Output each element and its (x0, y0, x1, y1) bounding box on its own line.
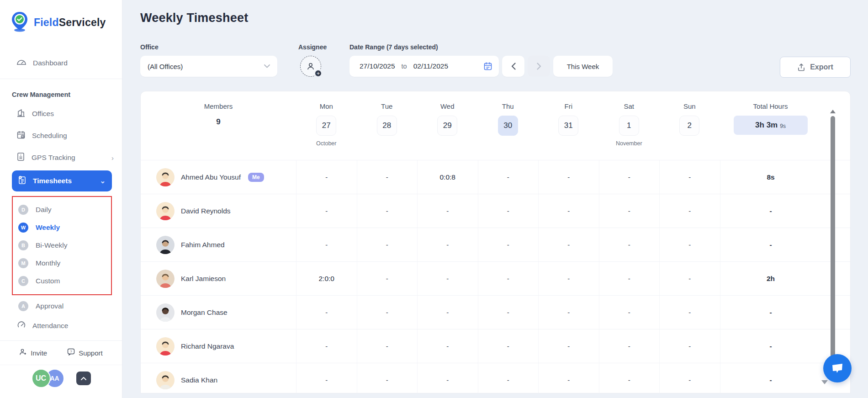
table-row[interactable]: David Reynolds - - - - - - - - (141, 194, 850, 228)
timesheet-cell[interactable]: - (417, 329, 478, 363)
timesheet-cell[interactable]: - (538, 329, 599, 363)
timesheet-cell[interactable]: - (659, 329, 720, 363)
previous-week-button[interactable] (502, 56, 524, 77)
table-vertical-scrollbar[interactable] (830, 110, 836, 384)
office-filter-group: Office (All Offices) (140, 43, 277, 77)
timesheet-cell[interactable]: - (478, 329, 539, 363)
table-row[interactable]: Morgan Chase - - - - - - - - (141, 295, 850, 329)
submenu-item-bi-weekly[interactable]: B Bi-Weekly (13, 236, 111, 254)
timesheet-cell[interactable]: 2:0:0 (296, 262, 357, 295)
table-row[interactable]: Fahim Ahmed - - - - - - - - (141, 228, 850, 261)
invite-label: Invite (31, 349, 47, 357)
sidebar-item-attendance[interactable]: Attendance (0, 315, 122, 336)
sidebar-item-dashboard[interactable]: Dashboard (0, 52, 122, 74)
next-week-button[interactable] (528, 56, 550, 77)
timesheet-cell[interactable]: - (659, 194, 720, 228)
monthly-initial-icon: M (18, 258, 28, 268)
scrollbar-thumb[interactable] (831, 116, 835, 365)
submenu-item-custom[interactable]: C Custom (13, 272, 111, 290)
timesheet-cell[interactable]: - (538, 262, 599, 295)
user-avatar-uc[interactable]: UC (32, 369, 51, 388)
timesheet-cell[interactable]: - (478, 160, 539, 194)
scroll-up-arrow-icon[interactable] (830, 110, 836, 113)
this-week-button[interactable]: This Week (553, 56, 613, 77)
table-row[interactable]: Sadia Khan - - - - - - - - (141, 363, 850, 393)
timesheet-cell[interactable]: - (296, 296, 357, 329)
timesheet-cell[interactable]: - (599, 160, 660, 194)
sidebar-item-offices[interactable]: Offices (0, 103, 122, 125)
day-chip[interactable]: 29 (437, 116, 457, 136)
timesheet-cell[interactable]: - (417, 363, 478, 393)
invite-link[interactable]: Invite (19, 348, 47, 357)
timesheet-cell[interactable]: - (357, 262, 418, 295)
timesheet-cell[interactable]: - (659, 160, 720, 194)
timesheet-cell[interactable]: - (417, 228, 478, 261)
timesheet-cell[interactable]: - (357, 160, 418, 194)
office-select[interactable]: (All Offices) (140, 56, 277, 77)
sidebar-item-label: Dashboard (33, 59, 68, 67)
timesheet-cell[interactable]: - (417, 262, 478, 295)
brand-logo[interactable]: FieldServicely (0, 0, 122, 34)
timesheet-cell[interactable]: - (659, 296, 720, 329)
day-chip[interactable]: 27 (316, 116, 336, 136)
timesheet-cell[interactable]: - (599, 262, 660, 295)
table-row[interactable]: Richard Ngarava - - - - - - - - (141, 329, 850, 363)
table-row[interactable]: Ahmed Abu Yousuf Me - - 0:0:8 - - - - 8s (141, 160, 850, 194)
sidebar-item-timesheets[interactable]: Timesheets ⌄ (12, 170, 112, 191)
date-range-input[interactable]: 27/10/2025 to 02/11/2025 (349, 56, 499, 77)
timesheet-cell[interactable]: - (296, 194, 357, 228)
timesheet-cell[interactable]: 0:0:8 (417, 160, 478, 194)
timesheet-cell[interactable]: - (417, 296, 478, 329)
timesheet-cell[interactable]: - (417, 194, 478, 228)
sidebar-item-scheduling[interactable]: Scheduling (0, 125, 122, 147)
timesheet-cell[interactable]: - (599, 194, 660, 228)
timesheet-cell[interactable]: - (357, 296, 418, 329)
timesheet-cell[interactable]: - (296, 363, 357, 393)
timesheet-cell[interactable]: - (357, 329, 418, 363)
timesheet-cell[interactable]: - (538, 194, 599, 228)
timesheet-cell[interactable]: - (538, 228, 599, 261)
timesheet-cell[interactable]: - (478, 296, 539, 329)
timesheet-cell[interactable]: - (599, 363, 660, 393)
chevron-left-icon (511, 63, 516, 70)
timesheet-cell[interactable]: - (599, 329, 660, 363)
timesheet-cell[interactable]: - (599, 296, 660, 329)
map-pin-logo-icon (10, 11, 29, 34)
day-chip[interactable]: 1 (619, 116, 639, 136)
timesheet-cell[interactable]: - (538, 160, 599, 194)
day-chip-selected[interactable]: 30 (498, 116, 518, 136)
timesheet-cell[interactable]: - (478, 363, 539, 393)
timesheet-cell[interactable]: - (659, 262, 720, 295)
timesheet-cell[interactable]: - (478, 228, 539, 261)
timesheet-cell[interactable]: - (296, 329, 357, 363)
day-chip[interactable]: 2 (679, 116, 699, 136)
day-chip[interactable]: 31 (558, 116, 578, 136)
export-button[interactable]: Export (780, 57, 851, 78)
assignee-add-button[interactable]: + (300, 56, 321, 77)
timesheet-cell[interactable]: - (599, 228, 660, 261)
support-link[interactable]: ? Support (67, 348, 103, 357)
member-name: Sadia Khan (181, 376, 217, 384)
timesheet-cell[interactable]: - (478, 194, 539, 228)
timesheet-cell[interactable]: - (538, 296, 599, 329)
chat-widget-button[interactable] (823, 354, 852, 382)
submenu-item-monthly[interactable]: M Monthly (13, 254, 111, 272)
submenu-item-daily[interactable]: D Daily (13, 201, 111, 218)
total-cell: - (720, 194, 821, 228)
timesheet-cell[interactable]: - (357, 228, 418, 261)
timesheet-cell[interactable]: - (296, 160, 357, 194)
timesheet-cell[interactable]: - (296, 228, 357, 261)
timesheet-cell[interactable]: - (478, 262, 539, 295)
timesheet-cell[interactable]: - (659, 363, 720, 393)
submenu-item-approval[interactable]: A Approval (13, 297, 122, 315)
day-chip[interactable]: 28 (377, 116, 397, 136)
timesheet-cell[interactable]: - (538, 363, 599, 393)
submenu-item-weekly[interactable]: W Weekly (13, 218, 111, 236)
table-row[interactable]: Karl Jamieson 2:0:0 - - - - - - 2h (141, 261, 850, 295)
timesheet-cell[interactable]: - (357, 363, 418, 393)
sidebar-item-gps-tracking[interactable]: GPS Tracking › (0, 147, 122, 169)
timesheet-cell[interactable]: - (659, 228, 720, 261)
collapse-sidebar-button[interactable] (76, 371, 91, 385)
timesheet-cell[interactable]: - (357, 194, 418, 228)
member-name: Fahim Ahmed (181, 241, 225, 249)
